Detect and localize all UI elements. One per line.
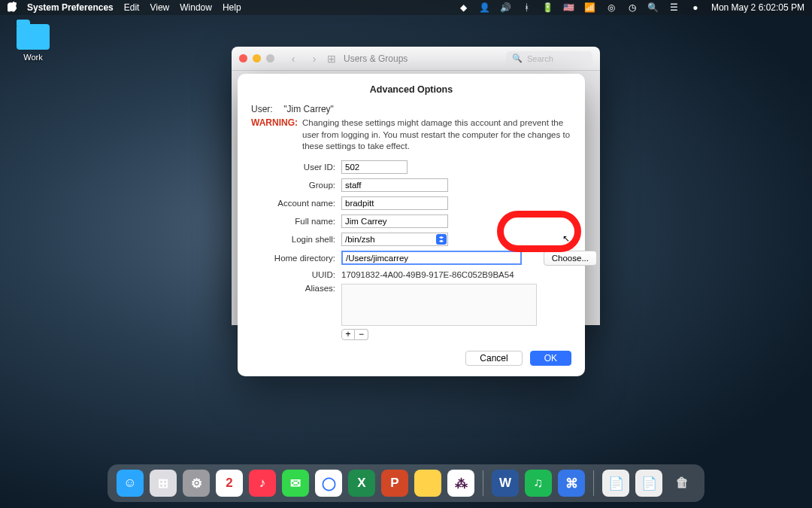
- bluetooth-icon[interactable]: ᚼ: [522, 2, 532, 13]
- dock-app-doc1[interactable]: 📄: [602, 470, 629, 497]
- input-home-directory[interactable]: [341, 251, 522, 265]
- grid-icon[interactable]: ⊞: [327, 53, 336, 65]
- aliases-list[interactable]: [341, 284, 537, 326]
- label-user-id: User ID:: [251, 163, 341, 172]
- dock-app-trash[interactable]: 🗑: [668, 470, 695, 497]
- back-button[interactable]: ‹: [285, 53, 301, 65]
- label-group: Group:: [251, 181, 341, 190]
- menubar-clock[interactable]: Mon May 2 6:02:05 PM: [711, 2, 804, 13]
- close-icon[interactable]: [239, 54, 247, 62]
- label-full-name: Full name:: [251, 217, 341, 226]
- label-login-shell: Login shell:: [251, 235, 341, 244]
- dock-app-powerpoint[interactable]: P: [381, 470, 408, 497]
- apple-icon[interactable]: [8, 2, 17, 14]
- label-account-name: Account name:: [251, 199, 341, 208]
- search-field[interactable]: 🔍 Search: [506, 51, 592, 66]
- warning-text: Changing these settings might damage thi…: [302, 117, 571, 153]
- dock-app-excel[interactable]: X: [348, 470, 375, 497]
- menu-help[interactable]: Help: [223, 2, 241, 13]
- dock-app-notes[interactable]: [414, 470, 441, 497]
- search-placeholder: Search: [527, 54, 553, 63]
- siri-icon[interactable]: ●: [690, 2, 701, 13]
- clock-icon[interactable]: ◷: [627, 2, 638, 13]
- dock-app-launchpad[interactable]: ⊞: [150, 470, 177, 497]
- dock-separator: [483, 470, 483, 496]
- dock-separator: [593, 470, 594, 496]
- dock-app-doc2[interactable]: 📄: [635, 470, 662, 497]
- minimize-icon[interactable]: [253, 54, 261, 62]
- uuid-value: 17091832-4A00-49B9-917E-86C052B9BA54: [341, 270, 537, 279]
- titlebar: ‹ › ⊞ Users & Groups 🔍 Search: [232, 47, 600, 71]
- dock-app-music[interactable]: ♪: [249, 470, 276, 497]
- input-group[interactable]: [341, 178, 448, 192]
- input-full-name[interactable]: [341, 214, 448, 228]
- traffic-lights[interactable]: [239, 54, 274, 62]
- dock-app-chrome[interactable]: ◯: [315, 470, 342, 497]
- ok-button[interactable]: OK: [530, 351, 571, 366]
- warning-label: WARNING:: [251, 117, 298, 153]
- label-aliases: Aliases:: [251, 284, 341, 293]
- user-icon[interactable]: 👤: [480, 2, 490, 13]
- dock-app-slack[interactable]: ⁂: [447, 470, 474, 497]
- cursor-icon: ↖: [562, 233, 570, 244]
- sheet-title: Advanced Options: [251, 84, 571, 95]
- folder-icon: [17, 24, 50, 50]
- dock-app-spotify[interactable]: ♫: [525, 470, 552, 497]
- folder-label: Work: [12, 53, 54, 62]
- window-title: Users & Groups: [344, 53, 408, 64]
- label-home-directory: Home directory:: [251, 254, 341, 263]
- menu-edit[interactable]: Edit: [124, 2, 140, 13]
- dock: ☺⊞⚙2♪✉◯XP⁂W♫⌘📄📄🗑: [108, 464, 704, 502]
- dropbox-icon[interactable]: ◆: [459, 2, 469, 13]
- dock-app-app[interactable]: ⌘: [558, 470, 585, 497]
- cancel-button[interactable]: Cancel: [465, 351, 522, 366]
- location-icon[interactable]: ◎: [606, 2, 617, 13]
- menubar: System Preferences Edit View Window Help…: [0, 0, 812, 15]
- app-name[interactable]: System Preferences: [27, 2, 114, 13]
- chevron-down-icon[interactable]: [436, 234, 447, 245]
- menu-view[interactable]: View: [150, 2, 169, 13]
- dock-app-finder[interactable]: ☺: [117, 470, 144, 497]
- desktop-folder-work[interactable]: Work: [12, 24, 54, 62]
- flag-icon[interactable]: 🇺🇸: [564, 2, 574, 13]
- control-center-icon[interactable]: ☰: [669, 2, 680, 13]
- label-uuid: UUID:: [251, 270, 341, 279]
- dock-app-word[interactable]: W: [492, 470, 519, 497]
- input-user-id[interactable]: [341, 160, 408, 174]
- advanced-options-sheet: Advanced Options User: "Jim Carrey" WARN…: [238, 74, 585, 376]
- input-login-shell[interactable]: [341, 233, 448, 246]
- user-label: User:: [251, 104, 281, 114]
- dock-app-messages[interactable]: ✉: [282, 470, 309, 497]
- battery-icon[interactable]: 🔋: [543, 2, 553, 13]
- forward-button[interactable]: ›: [306, 53, 323, 65]
- wifi-icon[interactable]: 📶: [585, 2, 595, 13]
- menu-window[interactable]: Window: [180, 2, 212, 13]
- search-icon: 🔍: [512, 53, 523, 63]
- search-icon[interactable]: 🔍: [648, 2, 659, 13]
- dock-app-settings[interactable]: ⚙: [183, 470, 210, 497]
- add-alias-button[interactable]: +: [341, 329, 355, 340]
- remove-alias-button[interactable]: −: [355, 329, 368, 340]
- dock-app-calendar[interactable]: 2: [216, 470, 243, 497]
- user-value: "Jim Carrey": [283, 104, 334, 114]
- input-account-name[interactable]: [341, 196, 448, 210]
- zoom-icon[interactable]: [266, 54, 274, 62]
- volume-icon[interactable]: 🔊: [501, 2, 511, 13]
- choose-button[interactable]: Choose...: [544, 251, 597, 266]
